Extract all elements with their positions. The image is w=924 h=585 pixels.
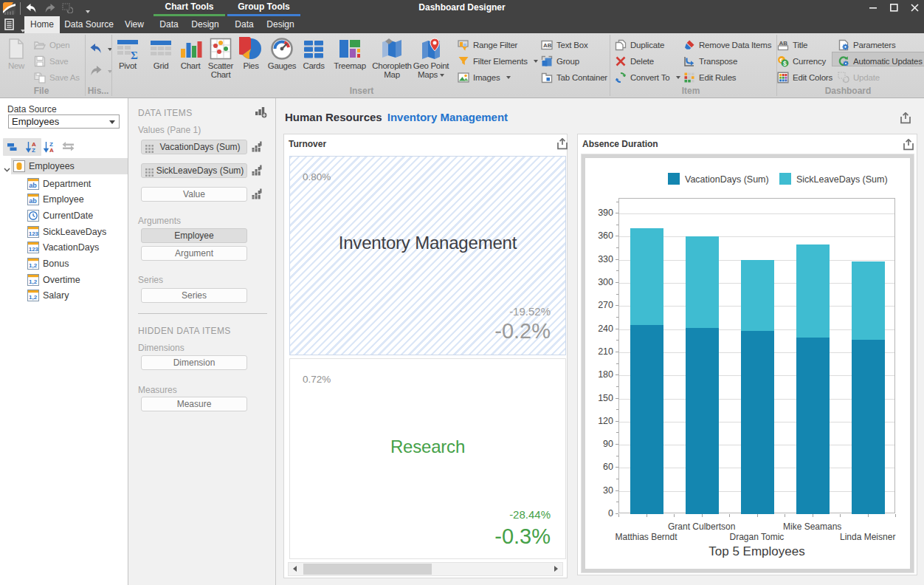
ribbon-tab-design-4[interactable]: Design [186, 16, 224, 33]
ribbon-button-range-filter[interactable]: Range Filter [458, 38, 517, 51]
ribbon-tab-data-3[interactable]: Data [154, 16, 185, 33]
ribbon-button-convert-to[interactable]: Convert To [615, 70, 680, 83]
tree-node-field-overtime[interactable]: 1,2Overtime [0, 272, 128, 288]
dashboard-title-selected-item[interactable]: Inventory Management [387, 111, 508, 123]
minimize-button[interactable] [863, 0, 883, 16]
kpi-tile-inventory-management[interactable]: 0.80% Inventory Management -19.52% -0.2% [289, 156, 566, 355]
horizontal-scrollbar[interactable] [288, 562, 563, 576]
scrollbar-thumb[interactable] [303, 564, 432, 575]
ribbon-tab-home-0[interactable]: Home [24, 16, 60, 33]
scroll-left-icon[interactable] [293, 566, 297, 572]
ribbon-button-grid[interactable]: Grid [146, 35, 176, 70]
chart-plot-area [618, 198, 895, 513]
ribbon-button-pies[interactable]: Pies [236, 35, 266, 70]
tree-node-root[interactable]: Employees [0, 158, 128, 174]
field-type-n12-icon: 1,2 [27, 258, 39, 270]
bar-segment-vacationdays-sum-dragan-tomic[interactable] [741, 331, 774, 514]
turnover-item[interactable]: Turnover 0.80% Inventory Management -19.… [283, 134, 568, 578]
maximize-button[interactable] [883, 0, 904, 16]
sort-za-icon[interactable]: ZA [44, 141, 55, 153]
title-bar: Chart Tools Group Tools Dashboard Design… [0, 0, 924, 16]
ribbon-tab-data-source-1[interactable]: Data Source [62, 16, 116, 33]
tree-node-field-salary[interactable]: 1,2Salary [0, 287, 128, 304]
layout-icon[interactable] [7, 141, 18, 153]
data-item-placeholder-value[interactable]: Value [141, 187, 247, 202]
ribbon-button-currency[interactable]: €$Currency [777, 54, 826, 67]
bar-segment-sickleavedays-sum-matthias-berndt[interactable] [630, 228, 663, 325]
ribbon-button-cards[interactable]: Cards [297, 35, 330, 70]
ribbon-tab-view-2[interactable]: View [118, 16, 151, 33]
chart-type-options-icon[interactable] [252, 188, 262, 199]
ribbon-button-automatic-updates[interactable]: Automatic Updates [832, 52, 924, 66]
data-items-header: DATA ITEMS [138, 108, 193, 118]
data-item-placeholder-series[interactable]: Series [141, 288, 247, 303]
app-menu-icon[interactable] [4, 18, 16, 30]
ribbon-button-pivot[interactable]: ΣPivot [111, 35, 144, 70]
ribbon-button-geo-point-maps[interactable]: Geo PointMaps [406, 35, 457, 79]
ribbon-button-undo[interactable] [90, 42, 112, 55]
data-item-field-vacationdays-sum-[interactable]: VacationDays (Sum) [141, 140, 247, 154]
bar-segment-sickleavedays-sum-linda-meisner[interactable] [852, 261, 885, 340]
export-icon[interactable] [900, 112, 911, 124]
ribbon-button-images[interactable]: Images [458, 70, 511, 83]
bar-segment-sickleavedays-sum-dragan-tomic[interactable] [741, 260, 774, 331]
bar-segment-vacationdays-sum-matthias-berndt[interactable] [630, 325, 663, 514]
data-source-select[interactable]: Employees [8, 114, 120, 129]
bar-segment-vacationdays-sum-mike-seamans[interactable] [796, 338, 830, 514]
scroll-right-icon[interactable] [554, 566, 558, 572]
data-item-placeholder-dimension[interactable]: Dimension [141, 355, 247, 370]
ribbon-button-filter-elements[interactable]: Filter Elements [458, 54, 538, 67]
kpi-tile-research[interactable]: 0.72% Research -28.44% -0.3% [289, 358, 566, 559]
data-item-field-sickleavedays-sum-[interactable]: SickLeaveDays (Sum) [141, 163, 247, 178]
bar-segment-sickleavedays-sum-mike-seamans[interactable] [796, 244, 830, 338]
ribbon-button-tab-container[interactable]: Tab Container [541, 70, 607, 83]
data-item-field-employee[interactable]: Employee [141, 228, 247, 243]
tree-node-field-department[interactable]: abDepartment [0, 176, 128, 192]
y-axis-tick [616, 282, 618, 283]
close-button[interactable] [904, 0, 924, 16]
bar-segment-sickleavedays-sum-grant-culbertson[interactable] [686, 236, 719, 327]
chart-type-options-icon[interactable] [252, 141, 262, 152]
undo-icon[interactable] [26, 3, 37, 13]
ribbon-button-label: Edit Colors [793, 73, 832, 82]
ribbon-button-duplicate[interactable]: Duplicate [615, 38, 664, 51]
tree-node-field-vacationdays[interactable]: 123VacationDays [0, 239, 128, 256]
ribbon-button-delete[interactable]: Delete [615, 54, 654, 67]
ribbon-button-text-box[interactable]: ABText Box [541, 38, 588, 51]
redo-icon [44, 3, 55, 13]
y-axis-tick [616, 467, 618, 468]
chevron-expanded-icon[interactable] [4, 164, 10, 174]
ribbon-button-scatter-chart[interactable]: ScatterChart [200, 35, 241, 79]
data-item-placeholder-measure[interactable]: Measure [141, 397, 247, 411]
contextual-tab-group-tools[interactable]: Group Tools [227, 0, 300, 16]
bar-segment-vacationdays-sum-grant-culbertson[interactable] [686, 328, 719, 514]
tree-node-field-bonus[interactable]: 1,2Bonus [0, 256, 128, 272]
tree-node-field-sickleavedays[interactable]: 123SickLeaveDays [0, 224, 128, 240]
ribbon-tab-design-6[interactable]: Design [261, 16, 300, 33]
export-icon[interactable] [556, 138, 568, 150]
ribbon-button-title[interactable]: ABTitle [777, 38, 807, 51]
ribbon-button-label: New [1, 61, 31, 70]
ribbon-button-edit-rules[interactable]: Edit Rules [683, 70, 736, 83]
ribbon-button-group[interactable]: Group [541, 54, 579, 67]
data-items-section-label: Series [138, 275, 163, 285]
ribbon-button-transpose[interactable]: Transpose [683, 54, 737, 67]
tree-node-label: Overtime [43, 275, 80, 285]
sort-az-icon[interactable]: AZ [26, 141, 38, 153]
export-icon[interactable] [903, 139, 914, 151]
ribbon-button-gauges[interactable]: Gauges [263, 35, 300, 70]
tree-node-field-currentdate[interactable]: CurrentDate [0, 208, 128, 224]
autoupdate-icon [838, 55, 849, 67]
chart-type-options-icon[interactable] [252, 165, 262, 176]
bar-segment-vacationdays-sum-linda-meisner[interactable] [852, 340, 885, 514]
tree-node-field-employee[interactable]: abEmployee [0, 191, 128, 208]
ribbon-button-parameters[interactable]: Parameters [838, 38, 895, 51]
absence-duration-item[interactable]: Absence Duration 03060901201501802102402… [577, 134, 917, 575]
data-item-placeholder-argument[interactable]: Argument [141, 246, 247, 261]
item-caption: Turnover [289, 139, 326, 149]
add-data-item-icon[interactable] [255, 106, 267, 118]
ribbon-button-edit-colors[interactable]: Edit Colors [777, 70, 832, 83]
ribbon-button-remove-data-items[interactable]: Remove Data Items [683, 38, 771, 51]
ribbon-tab-data-5[interactable]: Data [229, 16, 260, 33]
contextual-tab-chart-tools[interactable]: Chart Tools [154, 0, 225, 16]
